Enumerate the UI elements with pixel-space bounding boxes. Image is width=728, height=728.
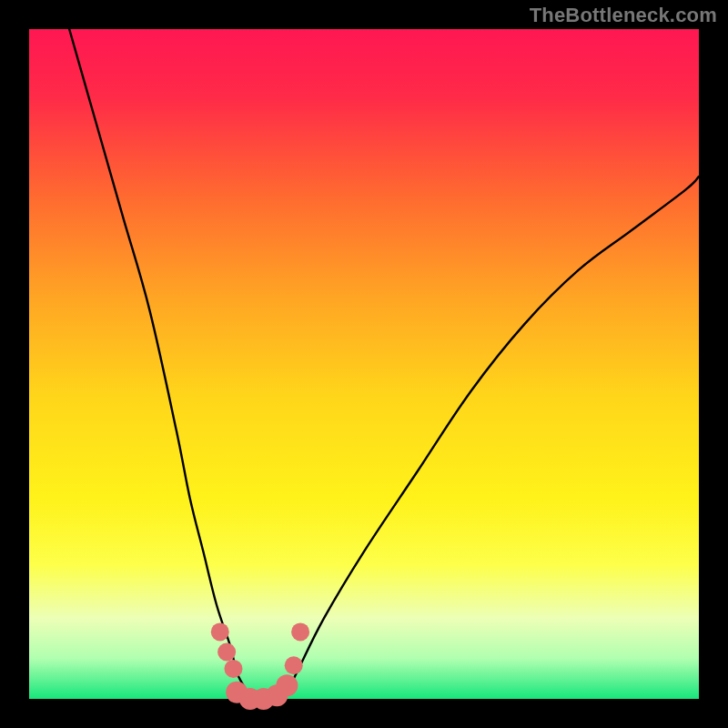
marker-dot <box>291 622 309 641</box>
bottleneck-chart <box>0 0 728 728</box>
marker-dot <box>211 622 229 641</box>
marker-dot <box>217 642 236 661</box>
plot-background <box>29 29 699 699</box>
marker-dot <box>285 656 303 674</box>
chart-frame: TheBottleneck.com <box>0 0 728 728</box>
marker-dot <box>224 660 242 678</box>
marker-dot <box>276 674 298 696</box>
watermark-text: TheBottleneck.com <box>530 4 717 27</box>
